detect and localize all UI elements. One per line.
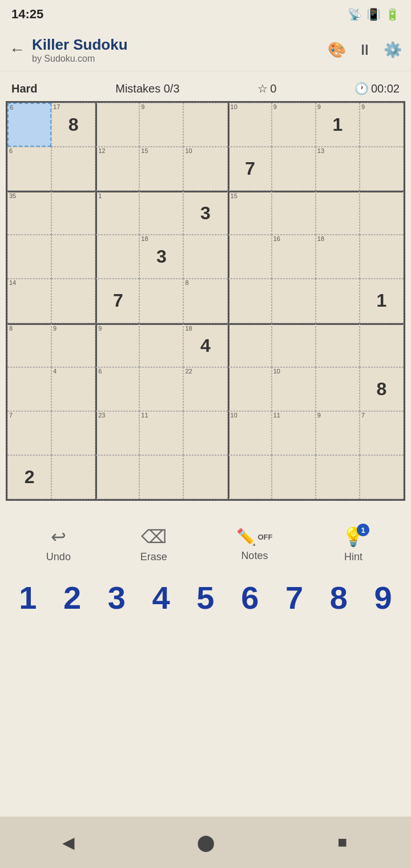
cell-r1-c8[interactable]: 91 — [316, 103, 360, 147]
cell-r3-c6[interactable]: 15 — [228, 191, 272, 235]
cell-r5-c5[interactable]: 8 — [183, 279, 227, 323]
cell-r2-c4[interactable]: 15 — [139, 147, 183, 191]
cell-r5-c1[interactable]: 14 — [7, 279, 51, 323]
numpad-1[interactable]: 1 — [8, 579, 48, 616]
cell-r5-c3[interactable]: 7 — [95, 279, 139, 323]
numpad-8[interactable]: 8 — [319, 579, 358, 616]
cell-r1-c2[interactable]: 178 — [51, 103, 95, 147]
cell-r1-c4[interactable]: 9 — [139, 103, 183, 147]
cell-r8-c3[interactable]: 23 — [95, 411, 139, 455]
numpad-6[interactable]: 6 — [230, 579, 270, 616]
cell-r7-c4[interactable] — [139, 367, 183, 411]
cell-r8-c9[interactable]: 7 — [360, 411, 404, 455]
cell-r9-c9[interactable] — [360, 455, 404, 499]
cell-r1-c5[interactable] — [183, 103, 227, 147]
cell-r3-c7[interactable] — [272, 191, 316, 235]
cell-r9-c7[interactable] — [272, 455, 316, 499]
cell-r3-c3[interactable]: 1 — [95, 191, 139, 235]
cell-r8-c1[interactable]: 7 — [7, 411, 51, 455]
hint-button[interactable]: 💡 1 Hint — [342, 526, 365, 563]
sudoku-grid[interactable]: 6178910991961215107133513151831618147818… — [6, 101, 405, 501]
cell-r8-c8[interactable]: 9 — [316, 411, 360, 455]
cell-r7-c3[interactable]: 6 — [95, 367, 139, 411]
cell-r8-c2[interactable] — [51, 411, 95, 455]
cell-r8-c6[interactable]: 10 — [228, 411, 272, 455]
cell-r3-c8[interactable] — [316, 191, 360, 235]
cell-r5-c4[interactable] — [139, 279, 183, 323]
cell-r4-c6[interactable] — [228, 235, 272, 279]
cell-r2-c2[interactable] — [51, 147, 95, 191]
nav-square-button[interactable]: ■ — [325, 833, 360, 851]
cell-r4-c4[interactable]: 183 — [139, 235, 183, 279]
numpad-5[interactable]: 5 — [186, 579, 225, 616]
cell-r9-c4[interactable] — [139, 455, 183, 499]
palette-icon[interactable]: 🎨 — [328, 41, 346, 59]
cell-r3-c2[interactable] — [51, 191, 95, 235]
cell-r3-c1[interactable]: 35 — [7, 191, 51, 235]
cell-r6-c8[interactable] — [316, 323, 360, 367]
back-button[interactable]: ← — [9, 41, 25, 59]
notes-button[interactable]: ✏️ OFF Notes — [236, 528, 272, 562]
cell-r1-c3[interactable] — [95, 103, 139, 147]
cell-r3-c4[interactable] — [139, 191, 183, 235]
cell-r5-c8[interactable] — [316, 279, 360, 323]
cell-r2-c5[interactable]: 10 — [183, 147, 227, 191]
cell-r7-c6[interactable] — [228, 367, 272, 411]
cell-r3-c5[interactable]: 3 — [183, 191, 227, 235]
cell-r4-c2[interactable] — [51, 235, 95, 279]
cell-r6-c5[interactable]: 184 — [183, 323, 227, 367]
cell-r5-c6[interactable] — [228, 279, 272, 323]
cell-r6-c7[interactable] — [272, 323, 316, 367]
cell-r6-c6[interactable] — [228, 323, 272, 367]
cell-r9-c1[interactable]: 2 — [7, 455, 51, 499]
cell-r5-c2[interactable] — [51, 279, 95, 323]
numpad-2[interactable]: 2 — [53, 579, 92, 616]
cell-r1-c6[interactable]: 10 — [228, 103, 272, 147]
cell-r3-c9[interactable] — [360, 191, 404, 235]
cell-r7-c2[interactable]: 4 — [51, 367, 95, 411]
cell-r8-c7[interactable]: 11 — [272, 411, 316, 455]
numpad-3[interactable]: 3 — [96, 579, 136, 616]
cell-r6-c1[interactable]: 8 — [7, 323, 51, 367]
pause-icon[interactable]: ⏸ — [357, 41, 372, 59]
cell-r8-c4[interactable]: 11 — [139, 411, 183, 455]
nav-back-button[interactable]: ◀ — [51, 833, 86, 852]
cell-r2-c9[interactable] — [360, 147, 404, 191]
settings-icon[interactable]: ⚙️ — [384, 41, 402, 59]
cell-r7-c7[interactable]: 10 — [272, 367, 316, 411]
cell-r1-c9[interactable]: 9 — [360, 103, 404, 147]
erase-button[interactable]: ⌫ Erase — [140, 526, 167, 563]
cell-r4-c8[interactable]: 18 — [316, 235, 360, 279]
cell-r9-c8[interactable] — [316, 455, 360, 499]
numpad-9[interactable]: 9 — [363, 579, 403, 616]
cell-r9-c2[interactable] — [51, 455, 95, 499]
cell-r6-c9[interactable] — [360, 323, 404, 367]
cell-r4-c3[interactable] — [95, 235, 139, 279]
cell-r7-c9[interactable]: 8 — [360, 367, 404, 411]
cell-r6-c2[interactable]: 9 — [51, 323, 95, 367]
undo-button[interactable]: ↩ Undo — [46, 526, 71, 563]
cell-r8-c5[interactable] — [183, 411, 227, 455]
cell-r7-c5[interactable]: 22 — [183, 367, 227, 411]
cell-r2-c8[interactable]: 13 — [316, 147, 360, 191]
cell-r7-c8[interactable] — [316, 367, 360, 411]
cell-r2-c3[interactable]: 12 — [95, 147, 139, 191]
cell-r6-c4[interactable] — [139, 323, 183, 367]
cell-r1-c7[interactable]: 9 — [272, 103, 316, 147]
cell-r4-c1[interactable] — [7, 235, 51, 279]
cell-r4-c5[interactable] — [183, 235, 227, 279]
cell-r2-c1[interactable]: 6 — [7, 147, 51, 191]
cell-r4-c7[interactable]: 16 — [272, 235, 316, 279]
numpad-7[interactable]: 7 — [274, 579, 314, 616]
cell-r9-c5[interactable] — [183, 455, 227, 499]
cell-r9-c3[interactable] — [95, 455, 139, 499]
nav-home-button[interactable]: ⬤ — [188, 833, 223, 852]
cell-r2-c6[interactable]: 7 — [228, 147, 272, 191]
cell-r7-c1[interactable] — [7, 367, 51, 411]
cell-r6-c3[interactable]: 9 — [95, 323, 139, 367]
cell-r1-c1[interactable]: 6 — [7, 103, 51, 147]
numpad-4[interactable]: 4 — [141, 579, 181, 616]
cell-r4-c9[interactable] — [360, 235, 404, 279]
cell-r9-c6[interactable] — [228, 455, 272, 499]
cell-r5-c9[interactable]: 1 — [360, 279, 404, 323]
